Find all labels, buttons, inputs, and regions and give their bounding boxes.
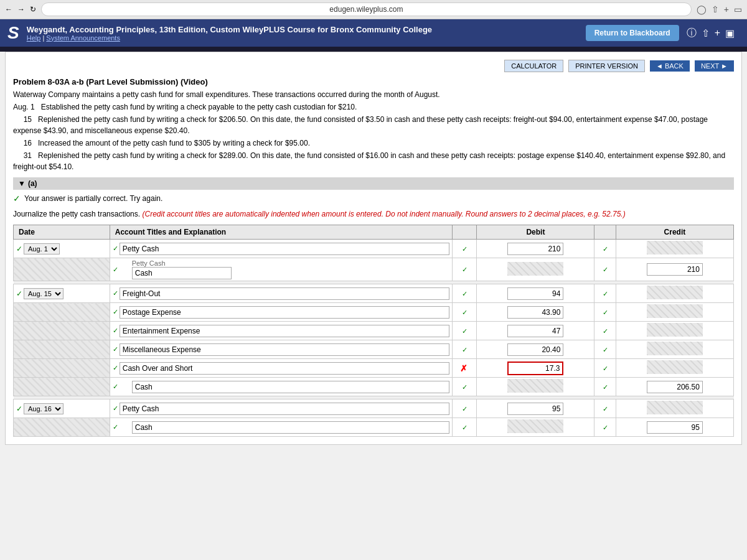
table-row: ✓ Aug. 15 ✓ ✓ ✓ — [14, 284, 734, 303]
account-input-indented[interactable] — [132, 267, 232, 279]
date-cell-empty — [14, 303, 110, 322]
debit-input[interactable] — [507, 343, 563, 356]
account-cell: ✓ — [110, 322, 452, 340]
copy-icon[interactable]: ▭ — [734, 4, 742, 14]
help-link[interactable]: Help — [27, 34, 41, 42]
debit-input[interactable] — [507, 243, 563, 255]
partial-correct-msg: ✓ Your answer is partially correct. Try … — [13, 194, 734, 203]
credit-cell — [616, 322, 733, 340]
check-cell: ✓ — [452, 418, 477, 437]
date-cell-empty — [14, 340, 110, 359]
circle-icon: ◯ — [697, 4, 707, 14]
row-check: ✓ — [113, 345, 118, 353]
info-icon[interactable]: ⓘ — [687, 27, 697, 40]
debit-cell — [477, 240, 594, 258]
next-button[interactable]: NEXT ► — [695, 60, 734, 72]
credit-input2[interactable] — [647, 421, 703, 434]
error-x-icon: ✗ — [460, 363, 467, 373]
debit-cell — [477, 303, 594, 322]
date-dropdown[interactable]: Aug. 15 — [24, 288, 63, 299]
account-input-cash2[interactable] — [132, 421, 449, 434]
address-bar[interactable]: edugen.wileyplus.com — [41, 2, 692, 16]
credit-cell — [616, 359, 733, 378]
credit-cell — [616, 418, 733, 437]
date-dropdown[interactable]: Aug. 1 — [24, 243, 60, 254]
date-cell-empty — [14, 322, 110, 340]
debit-input[interactable] — [507, 306, 563, 319]
top-actions: CALCULATOR PRINTER VERSION ◄ BACK NEXT ► — [13, 60, 734, 72]
date-select[interactable]: ✓ Aug. 15 — [16, 288, 107, 299]
date-select[interactable]: ✓ Aug. 16 — [16, 403, 107, 414]
account-input[interactable] — [120, 287, 449, 300]
check-cell: ✓ — [452, 378, 477, 396]
row-check: ✓ — [113, 383, 118, 391]
window-icon[interactable]: ▣ — [725, 27, 735, 39]
account-cell: ✓ — [110, 399, 452, 418]
account-input[interactable] — [120, 243, 449, 255]
back-button[interactable]: ◄ BACK — [650, 60, 690, 72]
date-dropdown[interactable]: Aug. 16 — [24, 403, 63, 414]
credit-input[interactable] — [647, 263, 703, 276]
browser-forward-icon[interactable]: → — [17, 5, 25, 14]
calculator-button[interactable]: CALCULATOR — [504, 60, 563, 72]
account-input-cash[interactable] — [132, 381, 449, 393]
debit-cell — [477, 399, 594, 418]
row-check: ✓ — [113, 423, 118, 431]
debit-cell-empty — [477, 418, 594, 437]
check-cell2: ✓ — [594, 340, 616, 359]
account-cell: ✓ — [110, 303, 452, 322]
debit-input[interactable] — [507, 403, 563, 415]
partial-correct-text: Your answer is partially correct. Try ag… — [24, 194, 162, 203]
table-row: ✓ ✓ ✓ — [14, 378, 734, 396]
table-row: ✓ Aug. 16 ✓ ✓ ✓ — [14, 399, 734, 418]
col-debit: Debit — [477, 225, 594, 240]
check-cell: ✓ — [452, 399, 477, 418]
debit-cell — [477, 340, 594, 359]
check-cell: ✓ — [452, 284, 477, 303]
journal-table: Date Account Titles and Explanation Debi… — [13, 225, 734, 437]
col-check1 — [452, 225, 477, 240]
account-input-cash-over-short[interactable] — [120, 362, 449, 375]
return-to-blackboard-button[interactable]: Return to Blackboard — [586, 25, 679, 41]
page-wrapper: CALCULATOR PRINTER VERSION ◄ BACK NEXT ►… — [0, 52, 747, 560]
debit-input[interactable] — [507, 287, 563, 300]
partial-check-icon: ✓ — [13, 194, 21, 203]
account-cell: ✓ — [110, 240, 452, 258]
section-a-label: (a) — [28, 179, 37, 188]
account-input[interactable] — [120, 343, 449, 356]
share-icon[interactable]: ⇧ — [712, 4, 719, 14]
check-cell2: ✓ — [594, 258, 616, 281]
row-check: ✓ — [113, 266, 118, 274]
browser-refresh-icon[interactable]: ↻ — [30, 5, 36, 14]
account-cell-indented: ✓ — [110, 418, 452, 437]
top-header: S Weygandt, Accounting Principles, 13th … — [0, 19, 747, 47]
instruction-italic: (Credit account titles are automatically… — [142, 210, 625, 218]
wiley-logo: S — [7, 23, 19, 43]
section-a-header[interactable]: ▼ (a) — [13, 177, 734, 190]
check-cell: ✓ — [452, 240, 477, 258]
account-input-petty-cash[interactable] — [120, 403, 449, 415]
account-cell: ✓ — [110, 359, 452, 378]
table-row: ✓ ✓ ✓ — [14, 322, 734, 340]
date-select[interactable]: ✓ Aug. 1 — [16, 243, 107, 254]
check-cell: ✓ — [452, 340, 477, 359]
credit-cell — [616, 284, 733, 303]
printer-version-button[interactable]: PRINTER VERSION — [568, 60, 645, 72]
problem-description: Waterway Company maintains a petty cash … — [13, 89, 734, 172]
add-tab-icon[interactable]: + — [715, 27, 720, 39]
debit-input[interactable] — [507, 325, 563, 337]
plus-icon[interactable]: + — [724, 4, 729, 14]
credit-input[interactable] — [647, 381, 703, 393]
system-announcements-link[interactable]: System Announcements — [46, 34, 120, 42]
upload-icon[interactable]: ⇧ — [702, 27, 710, 39]
account-input[interactable] — [120, 306, 449, 319]
col-credit: Credit — [616, 225, 733, 240]
check-cell: ✓ — [452, 258, 477, 281]
check-cell2: ✓ — [594, 284, 616, 303]
account-input[interactable] — [120, 325, 449, 337]
date-cell-empty — [14, 378, 110, 396]
content-area: CALCULATOR PRINTER VERSION ◄ BACK NEXT ►… — [5, 52, 742, 445]
account-cell: ✓ — [110, 340, 452, 359]
debit-input-error[interactable] — [507, 362, 563, 375]
browser-back-icon[interactable]: ← — [5, 5, 12, 14]
